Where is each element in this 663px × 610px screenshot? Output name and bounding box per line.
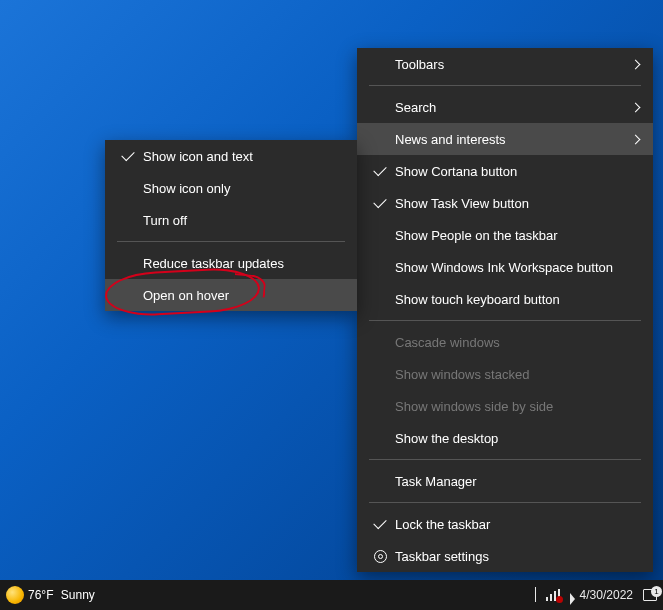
menu-item-news-interests[interactable]: News and interests (357, 123, 653, 155)
menu-item-taskbar-settings[interactable]: Taskbar settings (357, 540, 653, 572)
menu-label: Show Cortana button (391, 164, 639, 179)
submenu-item-icon-text[interactable]: Show icon and text (105, 140, 357, 172)
menu-label: Show Task View button (391, 196, 639, 211)
menu-label: Lock the taskbar (391, 517, 639, 532)
weather-icon (6, 586, 24, 604)
chevron-right-icon (631, 102, 641, 112)
menu-label: Cascade windows (391, 335, 639, 350)
temperature: 76°F (28, 588, 53, 602)
check-icon (369, 522, 391, 526)
menu-label: News and interests (391, 132, 632, 147)
separator (369, 320, 641, 321)
chevron-right-icon (631, 134, 641, 144)
menu-item-show-cortana[interactable]: Show Cortana button (357, 155, 653, 187)
menu-label: Show the desktop (391, 431, 639, 446)
chevron-right-icon (631, 59, 641, 69)
menu-label: Reduce taskbar updates (139, 256, 343, 271)
menu-label: Show Windows Ink Workspace button (391, 260, 639, 275)
menu-item-touch-keyboard[interactable]: Show touch keyboard button (357, 283, 653, 315)
weather-widget[interactable]: 76°F Sunny (28, 588, 95, 602)
menu-item-toolbars[interactable]: Toolbars (357, 48, 653, 80)
menu-item-people[interactable]: Show People on the taskbar (357, 219, 653, 251)
submenu-item-turn-off[interactable]: Turn off (105, 204, 357, 236)
system-tray: 4/30/2022 1 (535, 588, 657, 602)
menu-label: Show touch keyboard button (391, 292, 639, 307)
menu-item-ink[interactable]: Show Windows Ink Workspace button (357, 251, 653, 283)
menu-item-search[interactable]: Search (357, 91, 653, 123)
network-icon[interactable] (546, 589, 560, 601)
separator (369, 85, 641, 86)
menu-label: Open on hover (139, 288, 343, 303)
menu-label: Task Manager (391, 474, 639, 489)
check-icon (369, 169, 391, 173)
menu-item-lock-taskbar[interactable]: Lock the taskbar (357, 508, 653, 540)
menu-label: Toolbars (391, 57, 632, 72)
submenu-item-open-on-hover[interactable]: Open on hover (105, 279, 357, 311)
separator (369, 459, 641, 460)
check-icon (117, 154, 139, 158)
menu-item-show-taskview[interactable]: Show Task View button (357, 187, 653, 219)
notification-count: 1 (651, 586, 662, 597)
separator (369, 502, 641, 503)
tray-overflow-icon[interactable] (535, 588, 536, 602)
clock-date[interactable]: 4/30/2022 (580, 588, 633, 602)
menu-label: Show windows stacked (391, 367, 639, 382)
taskbar-left: 76°F Sunny (6, 586, 95, 604)
menu-item-stacked: Show windows stacked (357, 358, 653, 390)
submenu-item-icon-only[interactable]: Show icon only (105, 172, 357, 204)
menu-label: Show People on the taskbar (391, 228, 639, 243)
submenu-item-reduce-updates[interactable]: Reduce taskbar updates (105, 247, 357, 279)
menu-label: Show windows side by side (391, 399, 639, 414)
gear-icon (369, 550, 391, 563)
menu-label: Show icon and text (139, 149, 343, 164)
news-interests-submenu: Show icon and text Show icon only Turn o… (105, 140, 357, 311)
menu-item-sidebyside: Show windows side by side (357, 390, 653, 422)
menu-label: Search (391, 100, 632, 115)
taskbar: 76°F Sunny 4/30/2022 1 (0, 580, 663, 610)
menu-item-task-manager[interactable]: Task Manager (357, 465, 653, 497)
menu-item-show-desktop[interactable]: Show the desktop (357, 422, 653, 454)
taskbar-context-menu: Toolbars Search News and interests Show … (357, 48, 653, 572)
weather-text: Sunny (61, 588, 95, 602)
menu-label: Taskbar settings (391, 549, 639, 564)
separator (117, 241, 345, 242)
notification-icon[interactable]: 1 (643, 589, 657, 601)
menu-label: Turn off (139, 213, 343, 228)
check-icon (369, 201, 391, 205)
menu-item-cascade: Cascade windows (357, 326, 653, 358)
menu-label: Show icon only (139, 181, 343, 196)
